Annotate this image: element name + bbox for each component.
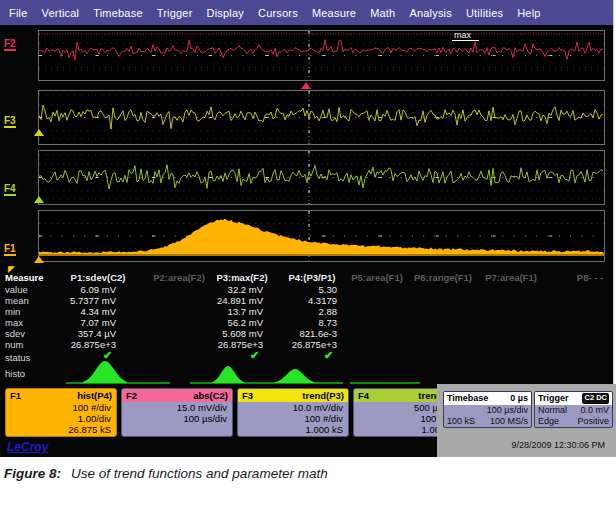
measure-col-header-4[interactable]: P4:(P3/P1) (289, 272, 336, 283)
menu-item-utilities[interactable]: Utilities (466, 7, 503, 19)
descriptor-function: trend(P3) (302, 389, 344, 402)
trace-label-f3[interactable]: F3 (4, 115, 16, 128)
timebase-per-div: 100 µs/div (487, 405, 528, 416)
trace-plot-f4 (39, 151, 604, 204)
timebase-samples: 100 kS (447, 416, 475, 427)
measure-value: 6.09 mV (4, 284, 116, 295)
figure-caption: Figure 8:Use of trend functions and para… (4, 466, 328, 481)
page: FileVerticalTimebaseTriggerDisplayCursor… (0, 0, 616, 507)
descriptor-setting: 1.00/div (6, 413, 116, 424)
max-annotation: max (452, 30, 479, 41)
menu-item-file[interactable]: File (9, 7, 28, 19)
grid-panel-f1 (38, 210, 605, 262)
descriptor-id: F2 (126, 389, 137, 402)
timebase-label: Timebase (447, 393, 488, 404)
waveform-trace-f4 (39, 165, 603, 189)
datetime-display: 9/28/2009 12:30:06 PM (511, 440, 605, 450)
grid-panel-f2 (38, 30, 605, 81)
menu-item-cursors[interactable]: Cursors (258, 7, 298, 19)
measure-col-header-2[interactable]: P2:area(F2) (153, 272, 205, 283)
timebase-offset: 0 µs (510, 393, 528, 404)
measure-col-header-7[interactable]: P7:area(F1) (485, 272, 537, 283)
trigger-level: 0.0 mV (580, 405, 609, 416)
descriptor-header-f3: F3trend(P3) (238, 389, 348, 402)
measure-col-values-1: 6.09 mV5.7377 mV4.34 mV7.07 mV357.4 µV26… (4, 284, 116, 350)
measure-col-header-6[interactable]: P6:range(F1) (414, 272, 472, 283)
measure-value: 4.3179 (225, 295, 337, 306)
figure-caption-text: Use of trend functions and parameter mat… (71, 466, 328, 481)
menu-bar: FileVerticalTimebaseTriggerDisplayCursor… (0, 0, 613, 25)
trigger-time-marker (301, 82, 311, 89)
descriptor-setting: 10.0 mV/div (238, 402, 348, 413)
measure-value: 7.07 mV (4, 317, 116, 328)
descriptor-setting: 1.000 kS (238, 424, 348, 435)
trigger-mode: Normal (538, 405, 567, 416)
measure-value: 357.4 µV (4, 328, 116, 339)
histo-sparkline (275, 369, 315, 383)
level-marker-2 (34, 196, 44, 203)
descriptor-box-f2[interactable]: F2abs(C2)15.0 mV/div100 µs/div (121, 388, 233, 437)
descriptor-header-f1: F1hist(P4) (6, 389, 116, 402)
trace-plot-f1 (39, 211, 604, 261)
measure-value: 26.875e+3 (4, 339, 116, 350)
measure-col-header-3[interactable]: P3:max(F2) (216, 272, 267, 283)
descriptor-box-f1[interactable]: F1hist(P4)100 #/div1.00/div26.875 kS (5, 388, 117, 437)
descriptor-setting: 100 #/div (6, 402, 116, 413)
lecroy-logo: LeCroy (7, 440, 48, 454)
measure-row-label-histo: histo (5, 368, 25, 379)
measure-value: 26.875e+3 (225, 339, 337, 350)
measure-col-header-5[interactable]: P5:area(F1) (351, 272, 403, 283)
trace-label-f1[interactable]: F1 (4, 243, 16, 256)
histo-sparkline (212, 366, 244, 383)
menu-item-display[interactable]: Display (207, 7, 244, 19)
trigger-box[interactable]: Trigger C2 DC Normal 0.0 mV Edge Positiv… (534, 391, 613, 428)
level-marker-1 (34, 129, 44, 136)
timebase-header: Timebase 0 µs (444, 392, 531, 405)
menu-item-analysis[interactable]: Analysis (409, 7, 452, 19)
histo-sparkline (83, 361, 127, 383)
trigger-label: Trigger (538, 393, 569, 404)
measure-value: 8.73 (225, 317, 337, 328)
descriptor-setting: 15.0 mV/div (122, 402, 232, 413)
descriptor-header-f2: F2abs(C2) (122, 389, 232, 402)
trace-plot-f2 (39, 31, 604, 80)
measure-row-label-status: status (5, 352, 30, 363)
trace-label-f2[interactable]: F2 (4, 38, 16, 51)
measure-value: 5.7377 mV (4, 295, 116, 306)
measure-value: 5.30 (225, 284, 337, 295)
measure-value: 4.34 mV (4, 306, 116, 317)
descriptor-setting: 100 #/div (238, 413, 348, 424)
trigger-source-badge: C2 DC (582, 393, 609, 404)
measure-value: 2.88 (225, 306, 337, 317)
grid-panel-f4 (38, 150, 605, 205)
menu-item-help[interactable]: Help (517, 7, 540, 19)
grid-panel-f3 (38, 90, 605, 145)
trigger-slope: Positive (577, 416, 609, 427)
trigger-type: Edge (538, 416, 559, 427)
descriptor-function: hist(P4) (77, 389, 112, 402)
trace-plot-f3 (39, 91, 604, 144)
histo-sparklines (38, 358, 430, 386)
descriptor-id: F3 (242, 389, 253, 402)
timebase-rate: 100 MS/s (490, 416, 528, 427)
measure-col-header-1[interactable]: P1:sdev(C2) (71, 272, 126, 283)
menu-item-measure[interactable]: Measure (312, 7, 356, 19)
descriptor-function: abs(C2) (193, 389, 228, 402)
menu-item-vertical[interactable]: Vertical (42, 7, 80, 19)
descriptor-id: F4 (358, 389, 369, 402)
descriptor-id: F1 (10, 389, 21, 402)
menu-item-trigger[interactable]: Trigger (157, 7, 193, 19)
waveform-trace-f3 (39, 105, 603, 129)
measure-col-values-4: 5.304.31792.888.73821.6e-326.875e+3 (225, 284, 337, 350)
trigger-header: Trigger C2 DC (535, 392, 612, 405)
timebase-box[interactable]: Timebase 0 µs 100 µs/div 100 kS 100 MS/s (443, 391, 532, 428)
oscilloscope-screen: FileVerticalTimebaseTriggerDisplayCursor… (0, 0, 614, 457)
trace-label-f4[interactable]: F4 (4, 183, 16, 196)
menu-item-math[interactable]: Math (370, 7, 395, 19)
measure-title: Measure (5, 272, 44, 283)
measure-col-header-8[interactable]: P8- - - (577, 272, 603, 283)
descriptor-setting: 100 µs/div (122, 413, 232, 424)
descriptor-box-f3[interactable]: F3trend(P3)10.0 mV/div100 #/div1.000 kS (237, 388, 349, 437)
menu-item-timebase[interactable]: Timebase (93, 7, 143, 19)
descriptor-setting: 26.875 kS (6, 424, 116, 435)
